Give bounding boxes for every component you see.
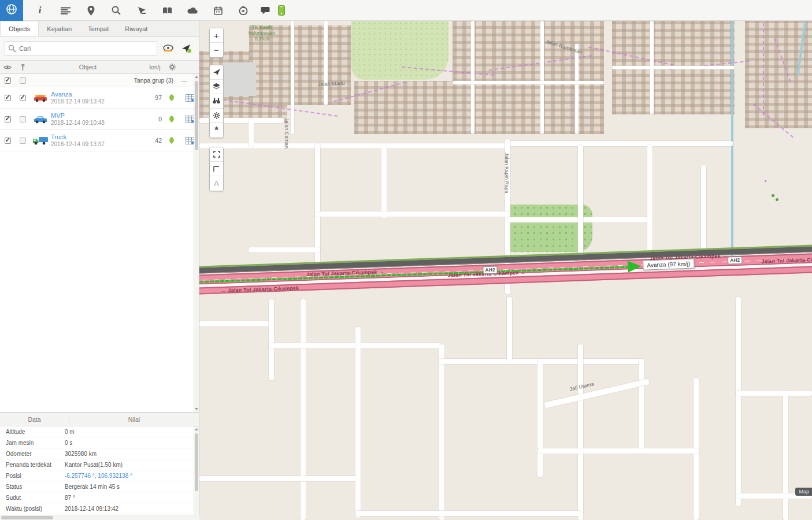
admin-boundary <box>763 23 764 116</box>
header-object-label[interactable]: Object <box>30 64 146 70</box>
tab-objects[interactable]: Objects <box>0 21 39 36</box>
binoculars-button[interactable] <box>210 94 223 109</box>
top-toolbar: i <box>0 0 812 21</box>
follow-checkbox[interactable] <box>20 95 26 101</box>
object-name[interactable]: MVP <box>51 112 146 120</box>
ruler-corner-button[interactable] <box>210 162 223 176</box>
object-row-truck[interactable]: Truck 2018-12-14 09:13:37 42 <box>0 130 199 151</box>
object-list-scrollbar[interactable] <box>194 74 199 412</box>
position-link[interactable]: -6.257746 °, 106.932138 ° <box>65 473 199 479</box>
follow-checkbox[interactable] <box>20 116 26 122</box>
fullscreen-button[interactable] <box>210 147 223 162</box>
object-row-avanza[interactable]: Avanza 2018-12-14 09:13:42 97 <box>0 87 199 109</box>
visibility-checkbox[interactable] <box>5 95 11 101</box>
map-road <box>439 344 444 520</box>
map-road <box>355 327 361 518</box>
poi-asterisk-button[interactable]: * <box>210 123 223 138</box>
object-speed: 0 <box>146 116 163 122</box>
visibility-checkbox[interactable] <box>5 116 11 122</box>
dashboard-gauge-icon[interactable] <box>233 0 253 21</box>
group-row[interactable]: Tanpa grup (3) — <box>0 74 199 87</box>
locate-arrow-button[interactable] <box>210 65 223 80</box>
details-header-data[interactable]: Data <box>0 416 69 423</box>
places-pin-icon[interactable] <box>81 0 101 21</box>
detail-value: Kantor Pusat(1.50 km) <box>65 462 199 468</box>
map-road <box>199 143 509 148</box>
route-trail-arrowhead <box>628 261 642 273</box>
layers-button[interactable] <box>210 80 223 94</box>
map-road <box>736 297 741 506</box>
details-panel: Data Nilai Altitude0 m Jam mesin0 s Odom… <box>0 412 199 520</box>
object-row-mvp[interactable]: MVP 2018-12-14 09:10:48 0 <box>0 109 199 130</box>
object-time: 2018-12-14 09:13:37 <box>51 141 146 148</box>
map-road <box>315 211 510 217</box>
street-label-kapin-raya: Jalan Kapin Raya <box>504 153 510 194</box>
map-road <box>612 66 735 69</box>
zoom-out-button[interactable]: − <box>210 43 223 57</box>
map-road <box>269 343 441 348</box>
map-road <box>783 391 788 520</box>
map-road-jati-utama <box>544 378 650 408</box>
group-label: Tanpa grup (3) <box>30 77 177 84</box>
cloud-icon[interactable] <box>183 0 202 21</box>
object-name[interactable]: Truck <box>51 133 146 141</box>
measure-icon[interactable] <box>132 0 151 21</box>
tree-icon <box>776 198 778 201</box>
map-road <box>736 391 812 396</box>
map-canvas[interactable]: Jalan Tol Jakarta-Cikampek → Jalan Tol J… <box>199 21 812 520</box>
tab-riwayat[interactable]: Riwayat <box>117 21 155 36</box>
details-hscrollbar[interactable] <box>0 515 199 520</box>
detail-label: Penanda terdekat <box>0 462 65 468</box>
routes-book-icon[interactable] <box>157 0 177 21</box>
follow-signal-icon[interactable] <box>15 64 30 70</box>
detail-row-odometer: Odometer3025980 km <box>0 448 199 459</box>
search-address-icon[interactable] <box>106 0 126 21</box>
label-toggle-button[interactable]: A <box>210 176 223 191</box>
school-label-line1: TK Kasih <box>233 24 291 30</box>
map-road <box>471 21 474 134</box>
details-header-nilai[interactable]: Nilai <box>69 416 199 423</box>
school-label: TK Kasih Indonesiaan S.Pusi <box>233 24 291 42</box>
detail-value: 0 s <box>65 440 199 446</box>
detail-row-altitude: Altitude0 m <box>0 426 199 437</box>
detail-label: Waktu (posisi) <box>0 506 65 512</box>
detail-row-status: StatusBergerak 14 min 45 s <box>0 481 199 492</box>
visibility-checkbox[interactable] <box>5 138 11 144</box>
tab-tempat[interactable]: Tempat <box>80 21 117 36</box>
settings-gear-icon[interactable] <box>164 64 180 70</box>
group-collapse-button[interactable]: — <box>177 77 192 84</box>
info-icon[interactable]: i <box>30 0 50 21</box>
detail-label: Posisi <box>0 473 65 479</box>
map-attribution[interactable]: Map <box>795 488 812 496</box>
street-label-caman: Jalan Caman <box>284 118 290 148</box>
visibility-eye-icon[interactable] <box>0 65 15 70</box>
follow-cursor-button[interactable] <box>179 41 194 56</box>
vehicle-marker-label-avanza[interactable]: Avanza (97 km/j) <box>643 259 694 270</box>
chat-icon[interactable] <box>258 0 273 21</box>
tab-kejadian[interactable]: Kejadian <box>39 21 80 36</box>
zoom-in-button[interactable]: + <box>210 28 223 43</box>
search-input[interactable] <box>5 41 157 56</box>
map-road <box>575 44 579 134</box>
boundary-dot <box>765 180 766 182</box>
sidebar-tabs: Objects Kejadian Tempat Riwayat <box>0 21 199 37</box>
calendar-icon[interactable] <box>208 0 228 21</box>
header-speed-label[interactable]: km/j <box>146 64 164 70</box>
mobile-app-icon[interactable] <box>274 0 289 21</box>
show-all-objects-button[interactable] <box>161 41 176 56</box>
sidebar: Objects Kejadian Tempat Riwayat <box>0 21 199 520</box>
map-road <box>507 141 733 146</box>
follow-checkbox[interactable] <box>20 138 26 144</box>
park-area <box>351 21 448 80</box>
connection-leaf-icon <box>163 115 180 123</box>
objects-list-icon[interactable] <box>55 0 75 21</box>
map-road <box>269 299 274 380</box>
detail-row-sudut: Sudut87 ° <box>0 492 199 503</box>
group-follow-checkbox[interactable] <box>20 77 26 84</box>
geofence-gear-button[interactable] <box>210 109 223 123</box>
object-name[interactable]: Avanza <box>51 91 146 98</box>
logo-button[interactable] <box>0 0 23 21</box>
details-scrollbar[interactable] <box>194 426 199 520</box>
detail-value: 2018-12-14 09:13:42 <box>65 506 199 512</box>
group-visibility-checkbox[interactable] <box>5 77 11 84</box>
